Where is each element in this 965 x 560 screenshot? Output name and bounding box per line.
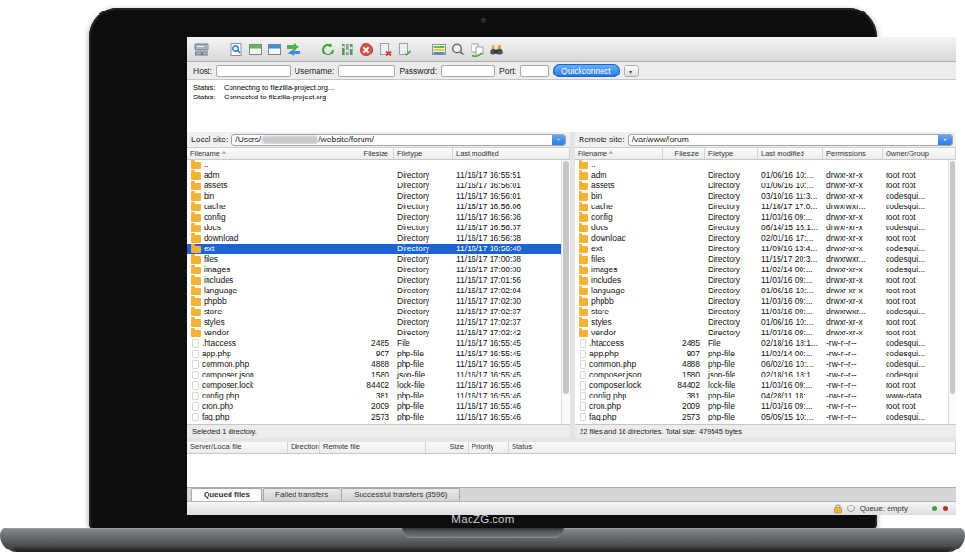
local-site-combobox[interactable]: /Users//website/forum/: [231, 134, 566, 146]
column-header-last-modified[interactable]: Last modified: [758, 148, 823, 160]
folder-row[interactable]: admDirectory11/16/17 16:55:51: [187, 170, 561, 181]
folder-row[interactable]: configDirectory11/16/17 16:56:36: [187, 212, 561, 223]
local-scrollbar[interactable]: [561, 160, 570, 424]
reconnect-icon[interactable]: [395, 40, 414, 59]
folder-row[interactable]: assetsDirectory01/06/16 10:...drwxr-xr-x…: [575, 181, 948, 191]
local-tree-icon[interactable]: [246, 40, 265, 59]
folder-row[interactable]: assetsDirectory11/16/17 16:56:01: [187, 181, 561, 191]
message-log-icon[interactable]: [227, 40, 246, 59]
column-header-priority[interactable]: Priority: [469, 442, 509, 453]
folder-row[interactable]: vendorDirectory11/16/17 17:02:42: [187, 328, 561, 338]
column-header-permissions[interactable]: Permissions: [823, 148, 883, 160]
folder-row[interactable]: ..: [575, 160, 948, 170]
folder-row[interactable]: imagesDirectory11/16/17 17:00:38: [187, 265, 561, 275]
site-manager-icon[interactable]: [192, 40, 211, 59]
cancel-icon[interactable]: [357, 40, 376, 59]
tab-queued-files[interactable]: Queued files: [191, 488, 262, 501]
file-row[interactable]: .htaccess2485File11/16/17 16:55:45: [187, 338, 561, 349]
file-row[interactable]: composer.lock84402lock-file11/16/17 16:5…: [187, 380, 561, 391]
column-header-filename[interactable]: Filename ^: [575, 148, 663, 160]
file-row[interactable]: composer.json1580json-file11/16/17 16:55…: [187, 370, 561, 380]
folder-row[interactable]: includesDirectory11/16/17 17:01:56: [187, 275, 561, 286]
quickconnect-button[interactable]: Quickconnect: [553, 64, 620, 77]
folder-row[interactable]: ..: [187, 160, 561, 170]
file-row[interactable]: .htaccess2485File02/18/16 18:1...-rw-r--…: [575, 338, 948, 349]
column-header-filetype[interactable]: Filetype: [394, 148, 453, 160]
folder-row[interactable]: storeDirectory11/16/17 17:02:37: [187, 307, 561, 317]
file-row[interactable]: common.php4888php-file11/16/17 16:55:45: [187, 359, 561, 370]
folder-row[interactable]: languageDirectory01/06/16 10:...drwxr-xr…: [575, 286, 948, 296]
local-scrollbar-thumb[interactable]: [563, 161, 569, 394]
file-row[interactable]: cron.php2009php-file11/16/17 16:55:46: [187, 401, 561, 412]
folder-row[interactable]: extDirectory11/16/17 16:56:40: [187, 244, 561, 254]
folder-row[interactable]: admDirectory01/06/16 10:...drwxr-xr-xroo…: [575, 170, 948, 181]
file-row[interactable]: cron.php2009php-file11/03/16 09:...-rw-r…: [575, 401, 948, 412]
file-row[interactable]: faq.php2573php-file05/05/15 10:...-rw-r-…: [575, 412, 948, 422]
filter-icon[interactable]: [487, 40, 506, 59]
folder-row[interactable]: binDirectory11/16/17 16:56:01: [187, 191, 561, 202]
username-input[interactable]: [338, 65, 395, 77]
folder-row[interactable]: storeDirectory11/03/16 09:...drwxrwxr...…: [575, 307, 948, 317]
folder-row[interactable]: docsDirectory11/16/17 16:56:37: [187, 223, 561, 233]
folder-row[interactable]: stylesDirectory01/06/16 10:...drwxr-xr-x…: [575, 317, 948, 328]
remote-site-dropdown-arrow-icon[interactable]: [938, 134, 952, 146]
synchronized-browsing-icon[interactable]: [468, 40, 487, 59]
directory-comparison-icon[interactable]: [429, 40, 449, 59]
quickconnect-dropdown-button[interactable]: [624, 65, 639, 77]
column-header-filesize[interactable]: Filesize: [663, 148, 705, 160]
file-row[interactable]: composer.lock84402lock-file11/03/16 09:.…: [575, 380, 948, 391]
file-row[interactable]: config.php381php-file11/16/17 16:55:46: [187, 391, 561, 401]
folder-icon: [191, 298, 201, 306]
column-header-server-local-file[interactable]: Server/Local file: [187, 442, 288, 453]
folder-row[interactable]: stylesDirectory11/16/17 17:02:37: [187, 317, 561, 328]
folder-row[interactable]: languageDirectory11/16/17 17:02:04: [187, 286, 561, 296]
folder-row[interactable]: cacheDirectory11/16/17 16:56:06: [187, 202, 561, 212]
folder-row[interactable]: binDirectory03/10/16 11:3...drwxr-xr-xco…: [575, 191, 948, 202]
remote-scrollbar[interactable]: [948, 160, 956, 424]
column-header-size[interactable]: Size: [426, 442, 469, 453]
password-input[interactable]: [441, 65, 495, 77]
column-header-filename[interactable]: Filename ^: [187, 148, 340, 160]
speed-limits-icon[interactable]: [847, 505, 855, 512]
disconnect-icon[interactable]: [376, 40, 395, 59]
file-row[interactable]: app.php907php-file11/16/17 16:55:45: [187, 349, 561, 359]
file-row[interactable]: common.php4888php-file06/02/16 10:...-rw…: [575, 359, 948, 370]
remote-tree-icon[interactable]: [265, 40, 284, 59]
folder-row[interactable]: extDirectory11/09/16 13:4...drwxr-xr-xco…: [575, 244, 948, 254]
tab-failed-transfers[interactable]: Failed transfers: [263, 488, 340, 501]
webcam-icon: [481, 18, 486, 23]
remote-site-combobox[interactable]: /var/www/forum: [628, 134, 953, 146]
column-header-owner-group[interactable]: Owner/Group: [883, 148, 956, 160]
tab-successful-transfers-3596[interactable]: Successful transfers (3596): [341, 488, 459, 501]
local-site-dropdown-arrow-icon[interactable]: [552, 134, 565, 146]
column-header-filetype[interactable]: Filetype: [705, 148, 758, 160]
file-row[interactable]: app.php907php-file11/02/14 00:...-rw-r--…: [575, 349, 948, 359]
refresh-icon[interactable]: [318, 40, 338, 59]
folder-row[interactable]: cacheDirectory11/16/17 17:0...drwxrwxr..…: [575, 202, 948, 212]
file-row[interactable]: config.php381php-file04/28/11 18:...-rw-…: [575, 391, 948, 401]
host-input[interactable]: [216, 65, 291, 77]
column-header-remote-file[interactable]: Remote file: [320, 442, 426, 453]
port-input[interactable]: [520, 65, 549, 77]
folder-row[interactable]: downloadDirectory11/16/17 16:56:38: [187, 233, 561, 244]
folder-row[interactable]: imagesDirectory11/02/14 00:...drwxr-xr-x…: [575, 265, 948, 275]
folder-row[interactable]: vendorDirectory11/03/16 09:...drwxr-xr-x…: [575, 328, 948, 338]
transfer-queue-icon[interactable]: [284, 40, 303, 59]
column-header-filesize[interactable]: Filesize: [340, 148, 394, 160]
folder-row[interactable]: filesDirectory11/15/17 20:3...drwxrwxr..…: [575, 254, 948, 265]
column-header-status[interactable]: Status: [509, 442, 956, 453]
folder-row[interactable]: configDirectory11/03/16 09:...drwxr-xr-x…: [575, 212, 948, 223]
folder-row[interactable]: filesDirectory11/16/17 17:00:38: [187, 254, 561, 265]
folder-row[interactable]: downloadDirectory02/01/16 17:...drwxr-xr…: [575, 233, 948, 244]
process-queue-icon[interactable]: [338, 40, 357, 59]
file-row[interactable]: faq.php2573php-file11/16/17 16:55:46: [187, 412, 561, 422]
column-header-last-modified[interactable]: Last modified: [453, 148, 570, 160]
file-row[interactable]: composer.json1580json-file02/18/16 18:1.…: [575, 370, 948, 380]
folder-row[interactable]: phpbbDirectory11/03/16 09:...drwxr-xr-xr…: [575, 296, 948, 307]
folder-row[interactable]: docsDirectory06/14/15 16:1...drwxr-xr-xc…: [575, 223, 948, 233]
column-header-direction[interactable]: Direction: [288, 442, 320, 453]
remote-scrollbar-thumb[interactable]: [950, 161, 955, 394]
find-files-icon[interactable]: [449, 40, 468, 59]
folder-row[interactable]: phpbbDirectory11/16/17 17:02:30: [187, 296, 561, 307]
folder-row[interactable]: includesDirectory11/03/16 09:...drwxr-xr…: [575, 275, 948, 286]
